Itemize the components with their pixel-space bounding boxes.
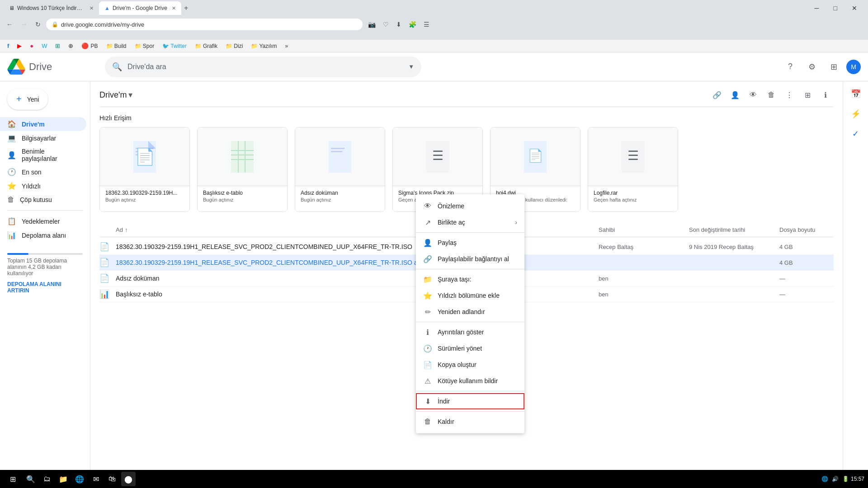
taskbar-task-view[interactable]: 🗂 [40, 472, 54, 486]
bookmark-7[interactable]: 🔴 PB [78, 42, 101, 50]
quick-file-card-2[interactable]: Başlıksız e-tablo Bugün açtınız [197, 127, 288, 212]
toolbar-share-btn[interactable]: 👤 [727, 87, 743, 103]
sidebar-item-shared[interactable]: 👤 Benimle paylaşılanlar [0, 145, 86, 165]
search-dropdown-icon[interactable]: ▼ [408, 63, 414, 70]
storage-upgrade-link[interactable]: DEPOLAMA ALANINI ARTIRIN [7, 281, 83, 294]
taskbar-time: 15:57 [851, 476, 864, 482]
sidebar-computers-label: Bilgisayarlar [22, 135, 56, 142]
sidebar-item-recent[interactable]: 🕐 En son [0, 165, 86, 179]
taskbar-search[interactable]: 🔍 [24, 472, 38, 486]
close-button[interactable]: ✕ [844, 3, 864, 14]
taskbar: ⊞ 🔍 🗂 📁 🌐 ✉ 🛍 ⬤ 🌐 🔊 🔋 15:57 [0, 470, 868, 488]
toolbar-link-btn[interactable]: 🔗 [709, 87, 725, 103]
sidebar-item-computers[interactable]: 💻 Bilgisayarlar [0, 131, 86, 145]
tab-close-1[interactable]: ✕ [90, 5, 94, 11]
tab-inactive[interactable]: 🖥 Windows 10 Türkçe İndirme... ✕ [4, 1, 99, 15]
bookmark-youtube[interactable]: ▶ [14, 42, 25, 50]
storage-text: Toplam 15 GB depolama alanının 4,2 GB ka… [7, 258, 83, 277]
bookmark-build[interactable]: 📁 Build [103, 42, 130, 50]
bookmark-5[interactable]: ⊞ [52, 42, 64, 50]
bookmark-twitter[interactable]: 🐦 Twitter [159, 42, 190, 50]
toolbar-preview-btn[interactable]: 👁 [745, 87, 761, 103]
bookmark-grafik[interactable]: 📁 Grafik [191, 42, 221, 50]
menu-item-get-link[interactable]: 🔗 Paylaşılabilir bağlantıyı al [416, 251, 524, 267]
apps-button[interactable]: ⊞ [825, 58, 843, 76]
file-date-1: 9 Nis 2019 Recep Baltaş [689, 244, 779, 250]
right-panel-check-btn[interactable]: ✓ [847, 125, 865, 143]
bookmark-btn[interactable]: ♡ [380, 19, 392, 30]
taskbar-chrome[interactable]: ⬤ [121, 472, 136, 486]
search-input[interactable] [127, 63, 403, 71]
right-panel-calendar-btn[interactable]: 📅 [847, 85, 865, 103]
new-tab-button[interactable]: + [181, 3, 191, 13]
shared-icon: 👤 [7, 151, 16, 160]
start-button[interactable]: ⊞ [4, 470, 22, 488]
menu-item-open-with[interactable]: ↗ Birlikte aç › [416, 214, 524, 230]
extensions-btn[interactable]: 🧩 [406, 19, 419, 30]
bookmark-dizi[interactable]: 📁 Dizi [222, 42, 246, 50]
avatar[interactable]: M [846, 60, 861, 74]
card-info-1: 18362.30.190329-2159.19H... Bugün açtını… [100, 186, 189, 206]
menu-item-move[interactable]: 📁 Şuraya taşı: [416, 271, 524, 287]
maximize-button[interactable]: □ [826, 3, 844, 14]
bookmark-spor[interactable]: 📁 Spor [131, 42, 158, 50]
settings-button[interactable]: ⚙ [803, 58, 821, 76]
bookmark-4[interactable]: W [38, 42, 51, 50]
taskbar-edge[interactable]: 🌐 [72, 472, 87, 486]
help-button[interactable]: ? [781, 58, 799, 76]
toolbar-delete-btn[interactable]: 🗑 [763, 87, 779, 103]
col-name-header[interactable]: Ad ↑ [116, 226, 599, 233]
browser-menu-btn[interactable]: ☰ [421, 19, 432, 30]
taskbar-store[interactable]: 🛍 [105, 472, 119, 486]
menu-item-versions[interactable]: 🕐 Sürümleri yönet [416, 340, 524, 357]
toolbar-more-btn[interactable]: ⋮ [781, 87, 797, 103]
menu-item-share[interactable]: 👤 Paylaş [416, 235, 524, 251]
sidebar-item-trash[interactable]: 🗑 Çöp kutusu [0, 193, 86, 206]
minimize-button[interactable]: ─ [807, 3, 826, 14]
taskbar-mail[interactable]: ✉ [89, 472, 103, 486]
right-panel-tasks-btn[interactable]: ⚡ [847, 105, 865, 123]
menu-item-report[interactable]: ⚠ Kötüye kullanım bildir [416, 373, 524, 389]
path-dropdown-icon[interactable]: ▾ [128, 90, 132, 100]
menu-item-copy[interactable]: 📄 Kopya oluştur [416, 357, 524, 373]
file-name-1: 18362.30.190329-2159.19H1_RELEASE_SVC_PR… [116, 243, 599, 250]
refresh-button[interactable]: ↻ [33, 19, 43, 30]
taskbar-file-explorer[interactable]: 📁 [56, 472, 71, 486]
menu-item-download[interactable]: ⬇ İndir [416, 393, 524, 409]
menu-open-with-arrow: › [515, 219, 517, 226]
toolbar-grid-btn[interactable]: ⊞ [799, 87, 816, 103]
quick-file-card-1[interactable]: 📄 18362.30.190329-2159.19H... Bugün açtı… [99, 127, 190, 212]
tab-active[interactable]: ▲ Drive'm - Google Drive ✕ [99, 1, 181, 15]
quick-file-card-3[interactable]: Adsız doküman Bugün açtınız [295, 127, 385, 212]
sidebar-item-backups[interactable]: 📋 Yedeklemeler [0, 214, 86, 228]
bookmark-more[interactable]: » [282, 42, 292, 50]
back-button[interactable]: ← [4, 19, 15, 30]
download-status-btn[interactable]: ⬇ [393, 19, 404, 30]
sidebar-item-starred[interactable]: ⭐ Yıldızlı [0, 179, 86, 193]
forward-button[interactable]: → [18, 19, 30, 30]
file-name-2: 18362.30.190329-2159.19H1_RELEASE_SVC_PR… [116, 259, 599, 266]
bookmark-3[interactable]: ● [26, 42, 37, 50]
menu-item-remove[interactable]: 🗑 Kaldır [416, 413, 524, 430]
tab-close-2[interactable]: ✕ [172, 5, 176, 11]
bookmark-yazilim[interactable]: 📁 Yazılım [247, 42, 280, 50]
menu-remove-label: Kaldır [438, 418, 517, 425]
sidebar-item-drive[interactable]: 🏠 Drive'm [0, 117, 86, 131]
new-btn-wrapper: + Yeni [7, 89, 83, 110]
bookmark-facebook[interactable]: f [4, 42, 13, 50]
sidebar-recent-label: En son [22, 169, 42, 176]
menu-rename-label: Yeniden adlandır [438, 308, 517, 315]
address-input[interactable]: 🔒 drive.google.com/drive/my-drive [46, 19, 363, 30]
menu-item-preview[interactable]: 👁 Önizleme [416, 198, 524, 214]
menu-item-star[interactable]: ⭐ Yıldızlı bölümüne ekle [416, 287, 524, 304]
sidebar-item-storage[interactable]: 📊 Depolama alanı [0, 228, 86, 242]
menu-item-rename[interactable]: ✏ Yeniden adlandır [416, 304, 524, 320]
new-button[interactable]: + Yeni [7, 89, 48, 110]
toolbar-info-btn[interactable]: ℹ [817, 87, 834, 103]
menu-item-details[interactable]: ℹ Ayrıntıları göster [416, 324, 524, 340]
tab-bar: 🖥 Windows 10 Türkçe İndirme... ✕ ▲ Drive… [0, 0, 868, 16]
card-preview-6: ☰ [588, 127, 678, 186]
bookmark-6[interactable]: ⊕ [65, 42, 77, 50]
screenshot-btn[interactable]: 📷 [365, 19, 378, 30]
quick-file-card-6[interactable]: ☰ Logfile.rar Geçen hafta açtınız [588, 127, 678, 212]
